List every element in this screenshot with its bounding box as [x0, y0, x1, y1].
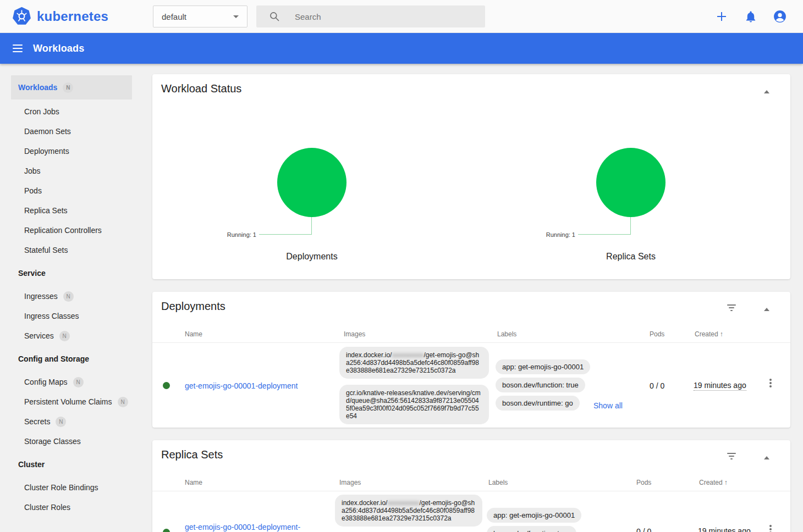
label-chip: app: get-emojis-go-00001 [487, 508, 581, 523]
kubernetes-logo[interactable]: kubernetes [12, 7, 108, 26]
kebab-menu-icon[interactable] [767, 524, 774, 532]
sidebar-item-label: Ingresses [24, 292, 58, 301]
deployments-card: Deployments Name Images Labels Pods Crea… [152, 292, 790, 428]
create-button[interactable] [714, 9, 729, 24]
table-row: get-emojis-go-00001-deployment- index.do… [152, 492, 790, 532]
column-header-pods: Pods [650, 330, 664, 338]
sidebar-item-secrets[interactable]: Secrets N [11, 412, 132, 431]
sidebar-item-persistent-volume-claims[interactable]: Persistent Volume Claims N [11, 392, 132, 412]
pie-annotation-line [259, 217, 312, 235]
new-badge: N [118, 397, 128, 407]
show-all-link[interactable]: Show all [593, 401, 623, 410]
notifications-button[interactable] [744, 9, 758, 24]
pie-annotation-line [578, 217, 631, 235]
account-icon [773, 9, 787, 24]
image-text: index.docker.io/ [346, 351, 392, 359]
search-input[interactable] [294, 12, 470, 22]
sidebar-item-storage-classes[interactable]: Storage Classes [11, 431, 132, 451]
filter-icon[interactable] [725, 303, 738, 314]
column-header-name[interactable]: Name [185, 479, 202, 486]
new-badge: N [56, 417, 66, 427]
brand-name: kubernetes [37, 9, 108, 24]
image-chip: index.docker.io/●●●●●●●●/get-emojis-go@s… [335, 495, 482, 527]
column-header-labels: Labels [488, 479, 508, 486]
kubernetes-logo-icon [12, 7, 31, 26]
images-cell: index.docker.io/●●●●●●●●/get-emojis-go@s… [335, 495, 482, 527]
image-chip: index.docker.io/●●●●●●●●/get-emojis-go@s… [339, 347, 489, 379]
new-badge: N [63, 291, 74, 302]
new-badge: N [73, 377, 84, 387]
chart-title: Deployments [152, 252, 471, 262]
column-header-images: Images [339, 479, 361, 486]
sidebar-item-label: Secrets [24, 417, 50, 426]
sidebar-item-workloads[interactable]: Workloads N [11, 75, 132, 99]
column-header-created[interactable]: Created↑ [699, 479, 728, 486]
sidebar-item-label: Stateful Sets [24, 246, 68, 254]
sidebar-item-label: Services [24, 331, 54, 340]
sidebar-item-ingresses[interactable]: Ingresses N [11, 286, 132, 306]
table-row: get-emojis-go-00001-deployment index.doc… [152, 343, 790, 428]
label-chip: boson.dev/runtime: go [496, 396, 580, 411]
kubernetes-dashboard: kubernetes default [0, 0, 803, 532]
created-timestamp: 19 minutes ago [698, 527, 751, 532]
sidebar-nav: Workloads N Cron Jobs Daemon Sets Deploy… [11, 75, 132, 517]
column-header-name[interactable]: Name [185, 330, 202, 338]
sidebar-item-label: Jobs [24, 167, 41, 175]
card-title: Replica Sets [161, 448, 223, 461]
sidebar-item-daemon-sets[interactable]: Daemon Sets [11, 121, 132, 141]
column-header-created[interactable]: Created↑ [695, 330, 723, 338]
namespace-selector[interactable]: default [153, 5, 248, 27]
pie-chart-running [596, 148, 666, 217]
images-cell: index.docker.io/●●●●●●●●/get-emojis-go@s… [339, 347, 489, 424]
sidebar-item-label: Config Maps [24, 378, 68, 386]
top-header: kubernetes default [0, 0, 803, 33]
column-header-label: Created [699, 479, 723, 486]
sidebar-item-cluster-roles[interactable]: Cluster Roles [11, 497, 132, 517]
sidebar-item-jobs[interactable]: Jobs [11, 161, 132, 181]
header-actions [714, 9, 787, 24]
label-chip: boson.dev/function: true [496, 378, 585, 392]
sidebar-item-label: Replication Controllers [24, 226, 102, 235]
sidebar-item-config-maps[interactable]: Config Maps N [11, 372, 132, 392]
sidebar-item-label: Workloads [18, 83, 57, 92]
labels-cell: app: get-emojis-go-00001 boson.dev/funct… [496, 359, 590, 411]
sidebar-item-cron-jobs[interactable]: Cron Jobs [11, 102, 132, 121]
sidebar-section-cluster: Cluster [11, 451, 132, 478]
menu-icon[interactable] [13, 45, 23, 52]
sidebar-item-pods[interactable]: Pods [11, 181, 132, 201]
collapse-icon[interactable] [761, 304, 772, 315]
sidebar-item-services[interactable]: Services N [11, 326, 132, 346]
kebab-menu-icon[interactable] [767, 378, 774, 389]
column-header-labels: Labels [497, 330, 516, 338]
replica-set-name-link[interactable]: get-emojis-go-00001-deployment- [185, 523, 322, 531]
card-title: Deployments [161, 300, 226, 313]
status-running-dot [163, 529, 170, 532]
filter-icon[interactable] [725, 451, 738, 462]
pods-count: 0 / 0 [636, 527, 651, 532]
sidebar-item-label: Pods [24, 186, 42, 195]
sidebar-item-deployments[interactable]: Deployments [11, 141, 132, 161]
sidebar-item-replica-sets[interactable]: Replica Sets [11, 201, 132, 220]
page-title: Workloads [33, 43, 85, 54]
chart-title: Replica Sets [471, 252, 790, 262]
deployment-name-link[interactable]: get-emojis-go-00001-deployment [185, 381, 336, 390]
replica-sets-chart: Running: 1 Replica Sets [471, 74, 790, 279]
new-badge: N [63, 82, 73, 93]
collapse-icon[interactable] [761, 452, 772, 463]
label-chip: boson.dev/function: true [487, 526, 576, 532]
workload-status-card: Workload Status Running: 1 Deployments R… [152, 74, 790, 279]
pie-annotation-label: Running: 1 [152, 231, 256, 238]
column-header-images: Images [344, 330, 365, 338]
sidebar-item-cluster-role-bindings[interactable]: Cluster Role Bindings [11, 478, 132, 497]
namespace-value: default [162, 12, 186, 21]
sidebar-item-replication-controllers[interactable]: Replication Controllers [11, 220, 132, 240]
sidebar-item-ingress-classes[interactable]: Ingress Classes [11, 306, 132, 326]
profile-button[interactable] [773, 9, 787, 24]
sidebar-section-service: Service [11, 260, 132, 286]
sidebar-item-stateful-sets[interactable]: Stateful Sets [11, 240, 132, 260]
sidebar-item-label: Daemon Sets [24, 127, 71, 136]
label-chip: app: get-emojis-go-00001 [496, 359, 590, 374]
image-text: index.docker.io/ [342, 499, 387, 507]
image-chip: gcr.io/knative-releases/knative.dev/serv… [339, 385, 489, 424]
sort-arrow-icon: ↑ [724, 479, 728, 486]
